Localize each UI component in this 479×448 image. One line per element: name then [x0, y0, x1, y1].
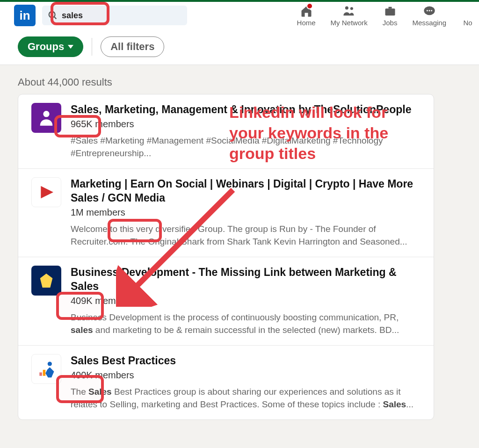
content: About 44,000 results Sales, Marketing, M… — [0, 65, 479, 420]
svg-rect-4 — [385, 8, 395, 15]
result-description: Welcome to this very diversified Group. … — [71, 223, 421, 248]
filter-label: All filters — [110, 41, 154, 53]
result-body: Sales Best Practices 400K members The Sa… — [71, 354, 421, 411]
nav-home[interactable]: Home — [297, 5, 316, 27]
results-card: Sales, Marketing, Management & Innovatio… — [18, 94, 434, 420]
svg-point-2 — [345, 6, 348, 9]
chevron-down-icon — [68, 45, 73, 49]
result-members: 965K members — [71, 119, 421, 130]
result-row[interactable]: Sales Best Practices 400K members The Sa… — [18, 346, 434, 419]
result-description: The Sales Best Practices group is about … — [71, 385, 421, 411]
filter-groups[interactable]: Groups — [18, 36, 83, 57]
filter-bar: Groups All filters — [0, 29, 479, 65]
search-wrap — [42, 6, 187, 25]
search-icon — [48, 10, 58, 21]
result-description: #Sales #Marketing #Management #SocialMed… — [71, 134, 421, 160]
result-body: Business Development - The Missing Link … — [71, 266, 421, 337]
result-title[interactable]: Marketing | Earn On Social | Webinars | … — [71, 177, 421, 205]
nav-cutoff[interactable]: No — [461, 5, 474, 27]
result-title[interactable]: Business Development - The Missing Link … — [71, 266, 421, 294]
svg-point-3 — [350, 7, 353, 10]
svg-point-8 — [431, 10, 432, 11]
notification-badge — [306, 3, 313, 9]
result-members: 1M members — [71, 207, 421, 218]
svg-point-0 — [49, 12, 55, 18]
svg-point-6 — [427, 10, 428, 11]
filter-label: Groups — [28, 41, 64, 53]
nav: Home My Network Jobs Messaging No — [297, 5, 465, 27]
result-description: Business Development is the process of c… — [71, 311, 421, 337]
svg-rect-10 — [39, 372, 42, 376]
group-avatar — [31, 177, 61, 207]
messaging-icon — [423, 5, 436, 18]
nav-label: No — [463, 19, 472, 27]
briefcase-icon — [384, 5, 397, 18]
filter-all[interactable]: All filters — [101, 36, 164, 57]
nav-messaging[interactable]: Messaging — [412, 5, 446, 27]
nav-label: Jobs — [383, 19, 398, 27]
group-avatar — [31, 103, 61, 133]
svg-point-9 — [43, 111, 49, 117]
result-count: About 44,000 results — [18, 76, 461, 88]
group-avatar — [31, 266, 61, 296]
result-members: 400K members — [71, 370, 421, 381]
linkedin-logo[interactable]: in — [14, 5, 36, 26]
result-row[interactable]: Sales, Marketing, Management & Innovatio… — [18, 94, 434, 169]
group-avatar — [31, 354, 61, 384]
bell-icon — [461, 5, 474, 18]
nav-label: Messaging — [412, 19, 446, 27]
network-icon — [342, 5, 356, 18]
top-bar: in Home My Network Jobs — [0, 0, 479, 29]
result-row[interactable]: Marketing | Earn On Social | Webinars | … — [18, 169, 434, 257]
nav-network[interactable]: My Network — [331, 5, 368, 27]
svg-line-1 — [54, 17, 57, 19]
result-title[interactable]: Sales, Marketing, Management & Innovatio… — [71, 103, 421, 117]
nav-label: My Network — [331, 19, 368, 27]
result-members: 409K members — [71, 296, 421, 306]
nav-jobs[interactable]: Jobs — [383, 5, 398, 27]
svg-rect-11 — [43, 370, 46, 376]
nav-label: Home — [297, 19, 316, 27]
svg-point-12 — [48, 361, 52, 366]
svg-point-7 — [428, 10, 430, 11]
result-body: Marketing | Earn On Social | Webinars | … — [71, 177, 421, 248]
result-body: Sales, Marketing, Management & Innovatio… — [71, 103, 421, 160]
divider — [92, 38, 92, 56]
result-title[interactable]: Sales Best Practices — [71, 354, 421, 368]
search-input[interactable] — [42, 6, 187, 25]
result-row[interactable]: Business Development - The Missing Link … — [18, 257, 434, 346]
